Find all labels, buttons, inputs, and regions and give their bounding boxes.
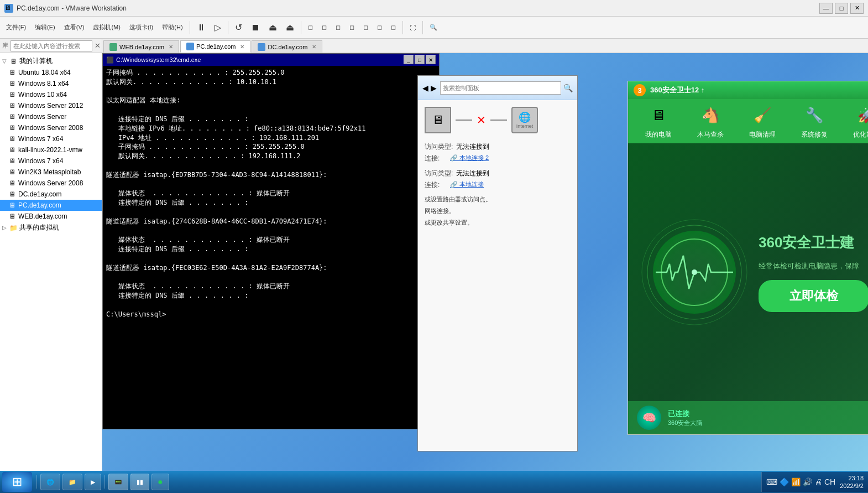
screen-btn5[interactable]: ◻ bbox=[359, 19, 372, 36]
security-footer: 🧠 已连接 360安全大脑 bbox=[628, 401, 868, 434]
sidebar-item-my-computer[interactable]: ▽ 🖥 我的计算机 bbox=[0, 55, 102, 67]
tab-close-pc[interactable]: ✕ bbox=[240, 44, 244, 50]
taskbar-cmd-button[interactable]: ▮▮ bbox=[130, 474, 149, 490]
close-button[interactable]: ✕ bbox=[850, 3, 864, 14]
brain-icon: 🧠 bbox=[637, 406, 661, 430]
menu-help[interactable]: 帮助(H) bbox=[158, 19, 186, 36]
taskbar-media-button[interactable]: ▶ bbox=[85, 474, 101, 490]
tray-network-icon[interactable]: 📶 bbox=[791, 478, 801, 486]
cmd-close-button[interactable]: ✕ bbox=[426, 55, 436, 64]
taskbar-explorer-button[interactable]: 📁 bbox=[62, 474, 82, 490]
sidebar-item-win81[interactable]: 🖥 Windows 8.1 x64 bbox=[0, 78, 102, 89]
tray-bluetooth-icon[interactable]: 🔷 bbox=[780, 478, 789, 486]
sec-tool-trojan[interactable]: 🐴 木马查杀 bbox=[686, 103, 735, 139]
arrow-button[interactable]: ▷ bbox=[211, 19, 225, 36]
sidebar-item-winserver2012[interactable]: 🖥 Windows Server 2012 bbox=[0, 100, 102, 111]
tray-time-display: 23:18 bbox=[840, 474, 864, 482]
taskbar-vmware-button-1[interactable]: 📟 bbox=[108, 474, 128, 490]
screen-btn6[interactable]: ◻ bbox=[373, 19, 386, 36]
security-circle bbox=[639, 217, 750, 328]
sidebar-header-label: 库 bbox=[2, 41, 8, 50]
sidebar-label-win7a: Windows 7 x64 bbox=[18, 135, 63, 143]
menu-tab[interactable]: 选项卡(I) bbox=[126, 19, 157, 36]
tray-volume-icon[interactable]: 🔊 bbox=[803, 478, 812, 486]
tray-keyboard-icon[interactable]: ⌨ bbox=[766, 478, 777, 486]
screen-btn2[interactable]: ◻ bbox=[318, 19, 331, 36]
sec-tool-optimize[interactable]: 🚀 优化加速 bbox=[841, 103, 868, 139]
sidebar-item-ubuntu[interactable]: 🖥 Ubuntu 18.04 x64 bbox=[0, 67, 102, 78]
sidebar-item-win7a[interactable]: 🖥 Windows 7 x64 bbox=[0, 133, 102, 144]
sidebar-item-winserver[interactable]: 🖥 Windows Server bbox=[0, 111, 102, 122]
eject-button1[interactable]: ⏏ bbox=[265, 19, 281, 36]
health-chart-svg bbox=[639, 217, 750, 328]
vm-content[interactable]: ⬛ C:\Windows\system32\cmd.exe _ □ ✕ 子网掩码… bbox=[102, 53, 868, 481]
menu-vm[interactable]: 虚拟机(M) bbox=[89, 19, 124, 36]
screen-btn1[interactable]: ◻ bbox=[304, 19, 317, 36]
media-icon: ▶ bbox=[91, 479, 95, 486]
maximize-button[interactable]: □ bbox=[835, 3, 848, 14]
screen-btn4[interactable]: ◻ bbox=[346, 19, 358, 36]
sidebar-label-kali: kali-linux-2022.1-vmw bbox=[18, 146, 82, 154]
sidebar-item-win10[interactable]: 🖥 Windows 10 x64 bbox=[0, 89, 102, 100]
connection-label-1: 连接: bbox=[425, 154, 447, 163]
eject-button2[interactable]: ⏏ bbox=[282, 19, 298, 36]
tree-expand-icon: ▽ bbox=[2, 58, 8, 64]
cmd-title: C:\Windows\system32\cmd.exe bbox=[116, 56, 402, 63]
sec-tool-repair[interactable]: 🔧 系统修复 bbox=[789, 103, 839, 139]
tray-input-icon[interactable]: CH bbox=[824, 478, 835, 486]
start-button[interactable]: ⊞ bbox=[2, 472, 32, 492]
sidebar-item-dc[interactable]: 🖥 DC.de1ay.com bbox=[0, 189, 102, 200]
forward-icon[interactable]: ▶ bbox=[431, 84, 437, 92]
screen-btn3[interactable]: ◻ bbox=[332, 19, 344, 36]
menu-view[interactable]: 查看(V) bbox=[60, 19, 88, 36]
revert-button[interactable]: ↺ bbox=[231, 19, 246, 36]
cmd-body[interactable]: 子网掩码 . . . . . . . . . . . : 255.255.255… bbox=[103, 66, 439, 429]
network-search-input[interactable] bbox=[440, 81, 561, 95]
taskbar-360-button[interactable]: ● bbox=[151, 474, 169, 490]
menu-file[interactable]: 文件(F) bbox=[2, 19, 30, 36]
sec-tool-clean[interactable]: 🧹 电脑清理 bbox=[738, 103, 787, 139]
menu-edit[interactable]: 编辑(E) bbox=[31, 19, 59, 36]
screen-btn7[interactable]: ◻ bbox=[387, 19, 400, 36]
back-icon[interactable]: ◀ bbox=[422, 84, 428, 92]
cmd-maximize-button[interactable]: □ bbox=[415, 55, 425, 64]
tab-close-web[interactable]: ✕ bbox=[169, 44, 173, 50]
stop-button[interactable]: ⏹ bbox=[247, 19, 264, 36]
fullscreen-button[interactable]: ⛶ bbox=[406, 19, 420, 36]
connection-link-2[interactable]: 🔗 本地连接 bbox=[450, 180, 484, 190]
network-search-icon[interactable]: 🔍 bbox=[563, 84, 573, 92]
sidebar-search-input[interactable] bbox=[11, 40, 92, 51]
sidebar-item-web[interactable]: 🖥 WEB.de1ay.com bbox=[0, 211, 102, 222]
network-body: 🖥 ✕ 🌐 Internet 访问类型: 无法连接到 bbox=[418, 100, 577, 451]
sidebar-item-winserver2008b[interactable]: 🖥 Windows Server 2008 bbox=[0, 178, 102, 189]
tray-datetime[interactable]: 23:18 2022/9/2 bbox=[840, 474, 864, 490]
minimize-button[interactable]: — bbox=[819, 3, 833, 14]
sidebar-item-win7b[interactable]: 🖥 Windows 7 x64 bbox=[0, 155, 102, 167]
brain-label: 360安全大脑 bbox=[668, 419, 702, 427]
search-toolbar-button[interactable]: 🔍 bbox=[426, 19, 441, 36]
sidebar-item-pc[interactable]: 🖥 PC.de1ay.com bbox=[0, 200, 102, 211]
tab-web[interactable]: WEB.de1ay.com ✕ bbox=[103, 40, 179, 53]
health-check-button[interactable]: 立即体检 bbox=[759, 280, 868, 312]
tab-dc[interactable]: DC.de1ay.com ✕ bbox=[252, 40, 322, 53]
pause-button[interactable]: ⏸ bbox=[193, 19, 210, 36]
clean-label: 电脑清理 bbox=[749, 130, 776, 139]
sidebar-item-win2k3[interactable]: 🖥 Win2K3 Metasploitab bbox=[0, 167, 102, 178]
cmd-minimize-button[interactable]: _ bbox=[404, 55, 414, 64]
sidebar-item-winserver2008a[interactable]: 🖥 Windows Server 2008 bbox=[0, 122, 102, 133]
tab-close-dc[interactable]: ✕ bbox=[312, 44, 316, 50]
mypc-icon: 🖥 bbox=[646, 103, 671, 128]
sidebar-close-icon[interactable]: ✕ bbox=[95, 41, 101, 50]
repair-icon: 🔧 bbox=[802, 103, 827, 128]
network-desc-1: 或设置路由器或访问点。 bbox=[425, 195, 571, 204]
connection-link-1[interactable]: 🔗 本地连接 2 bbox=[450, 154, 489, 163]
sec-tool-mypc[interactable]: 🖥 我的电脑 bbox=[634, 103, 683, 139]
tray-printer-icon[interactable]: 🖨 bbox=[814, 478, 822, 486]
tab-pc[interactable]: PC.de1ay.com ✕ bbox=[180, 40, 250, 53]
sidebar-item-shared[interactable]: ▷ 📁 共享的虚拟机 bbox=[0, 222, 102, 233]
sidebar-label-winserver2008b: Windows Server 2008 bbox=[18, 179, 83, 187]
sidebar-item-kali[interactable]: 🖥 kali-linux-2022.1-vmw bbox=[0, 144, 102, 155]
tab-icon-web bbox=[109, 43, 117, 51]
taskbar-ie-button[interactable]: 🌐 bbox=[40, 474, 60, 490]
tab-label-web: WEB.de1ay.com bbox=[119, 44, 164, 50]
